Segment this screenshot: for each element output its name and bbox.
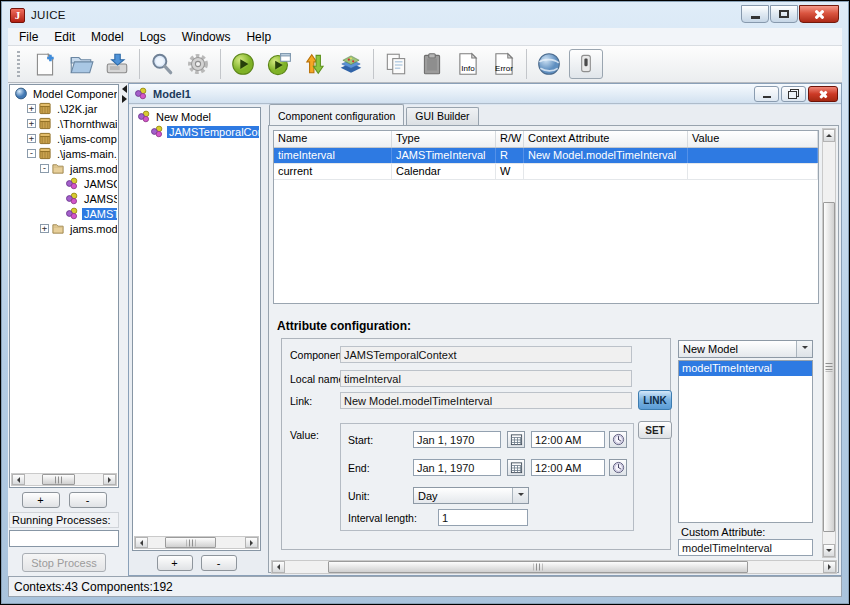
context-attribute-list[interactable]: modelTimeInterval — [678, 360, 813, 523]
interval-length-field[interactable] — [438, 509, 528, 526]
online-button[interactable] — [531, 48, 567, 80]
error-log-button[interactable]: Error — [486, 48, 522, 80]
unit-combobox[interactable]: Day — [413, 487, 529, 504]
scroll-down-button[interactable] — [823, 544, 835, 557]
scroll-left-button[interactable] — [12, 474, 25, 485]
add-model-component-button[interactable]: + — [157, 555, 193, 571]
frame-restore-button[interactable] — [781, 86, 806, 102]
open-model-button[interactable] — [63, 48, 99, 80]
frame-minimize-button[interactable] — [754, 86, 779, 102]
component-item-jams-model-c[interactable]: +jams.model.c — [11, 221, 117, 236]
close-button[interactable] — [799, 5, 839, 23]
column-header-value[interactable]: Value — [688, 131, 818, 147]
copy-button[interactable] — [378, 48, 414, 80]
column-header-r-w[interactable]: R/W — [496, 131, 524, 147]
link-field[interactable] — [340, 392, 632, 409]
horizontal-scrollbar[interactable] — [271, 560, 837, 574]
titlebar[interactable]: J JUICE — [3, 3, 847, 27]
splitter[interactable] — [120, 83, 128, 576]
search-button[interactable] — [144, 48, 180, 80]
remove-component-button[interactable]: - — [69, 492, 107, 508]
exchange-button[interactable] — [297, 48, 333, 80]
expand-icon[interactable]: + — [40, 224, 49, 233]
horizontal-scrollbar[interactable] — [11, 473, 117, 486]
remove-model-component-button[interactable]: - — [201, 555, 237, 571]
expand-icon[interactable]: + — [27, 119, 36, 128]
table-row[interactable]: currentCalendarW — [274, 164, 818, 180]
minimize-button[interactable] — [741, 5, 769, 23]
save-model-button[interactable] — [99, 48, 135, 80]
new-model-button[interactable] — [27, 48, 63, 80]
menu-edit[interactable]: Edit — [46, 29, 83, 45]
add-component-button[interactable]: + — [22, 492, 60, 508]
column-header-name[interactable]: Name — [274, 131, 392, 147]
expand-icon[interactable]: + — [27, 134, 36, 143]
info-log-button[interactable]: Info — [450, 48, 486, 80]
stop-process-button[interactable]: Stop Process — [22, 553, 106, 572]
frame-close-button[interactable] — [808, 86, 838, 102]
component-item-thornthwaite-ja[interactable]: +.\Thornthwaite.ja — [11, 116, 117, 131]
scrollbar-thumb[interactable] — [165, 537, 215, 548]
link-button[interactable]: LINK — [638, 390, 672, 410]
vertical-scrollbar[interactable] — [822, 128, 836, 558]
menu-windows[interactable]: Windows — [174, 29, 239, 45]
scroll-up-button[interactable] — [823, 129, 835, 142]
component-field[interactable] — [340, 346, 632, 363]
collapse-icon[interactable]: - — [40, 164, 49, 173]
model-item-new-model[interactable]: New Model — [134, 109, 259, 124]
start-time-field[interactable] — [531, 431, 605, 448]
chevron-down-icon[interactable] — [512, 488, 528, 503]
tab-gui-builder[interactable]: GUI Builder — [406, 107, 478, 125]
menu-logs[interactable]: Logs — [132, 29, 174, 45]
context-combobox[interactable]: New Model — [678, 340, 813, 358]
chevron-down-icon[interactable] — [796, 341, 812, 357]
component-item-jamscon[interactable]: JAMSCon — [11, 176, 117, 191]
component-item-jamstem[interactable]: JAMSTem — [11, 206, 117, 221]
component-item-jams-main-jar[interactable]: -.\jams-main.jar — [11, 146, 117, 161]
scroll-left-button[interactable] — [135, 537, 148, 548]
scroll-right-button[interactable] — [245, 537, 258, 548]
scrollbar-thumb[interactable] — [42, 474, 75, 485]
model-frame-titlebar[interactable]: Model1 — [129, 84, 841, 104]
custom-attribute-field[interactable] — [678, 539, 813, 556]
expand-right-icon[interactable] — [122, 95, 127, 103]
column-header-context-attribute[interactable]: Context Attribute — [524, 131, 688, 147]
menu-help[interactable]: Help — [238, 29, 279, 45]
collapse-icon[interactable]: - — [27, 149, 36, 158]
menu-file[interactable]: File — [11, 29, 46, 45]
component-item-jams-componen[interactable]: +.\jams-componen — [11, 131, 117, 146]
component-item-j2k-jar[interactable]: +.\J2K.jar — [11, 101, 117, 116]
table-row[interactable]: timeIntervalJAMSTimeIntervalRNew Model.m… — [274, 148, 818, 164]
start-clock-button[interactable] — [609, 431, 627, 448]
expand-icon[interactable]: + — [27, 104, 36, 113]
running-processes-list[interactable] — [9, 530, 119, 547]
start-calendar-button[interactable] — [507, 431, 525, 448]
context-attribute-item[interactable]: modelTimeInterval — [679, 361, 812, 376]
end-time-field[interactable] — [531, 459, 605, 476]
run-model-button[interactable] — [225, 48, 261, 80]
set-button[interactable]: SET — [638, 421, 672, 439]
scrollbar-thumb[interactable] — [328, 561, 748, 573]
component-item-jamsspa[interactable]: JAMSSpa — [11, 191, 117, 206]
end-clock-button[interactable] — [609, 459, 627, 476]
column-header-type[interactable]: Type — [392, 131, 496, 147]
horizontal-scrollbar[interactable] — [134, 536, 259, 549]
preferences-button[interactable] — [180, 48, 216, 80]
model-item-jamstemporalcontext[interactable]: JAMSTemporalContext — [134, 124, 259, 139]
end-calendar-button[interactable] — [507, 459, 525, 476]
explorer-button[interactable] — [333, 48, 369, 80]
maximize-button[interactable] — [770, 5, 798, 23]
scroll-left-button[interactable] — [272, 561, 285, 573]
paste-button[interactable] — [414, 48, 450, 80]
end-date-field[interactable] — [413, 459, 501, 476]
local-name-field[interactable] — [340, 370, 632, 387]
tab-component-configuration[interactable]: Component configuration — [269, 104, 404, 125]
menu-model[interactable]: Model — [83, 29, 132, 45]
collapse-left-icon[interactable] — [122, 85, 127, 93]
component-item-model-components[interactable]: Model Components — [11, 86, 117, 101]
device-button[interactable] — [569, 49, 603, 79]
scrollbar-thumb[interactable] — [823, 202, 835, 532]
scroll-right-button[interactable] — [823, 561, 836, 573]
component-item-jams-model[interactable]: -jams.model — [11, 161, 117, 176]
run-model-gui-button[interactable] — [261, 48, 297, 80]
